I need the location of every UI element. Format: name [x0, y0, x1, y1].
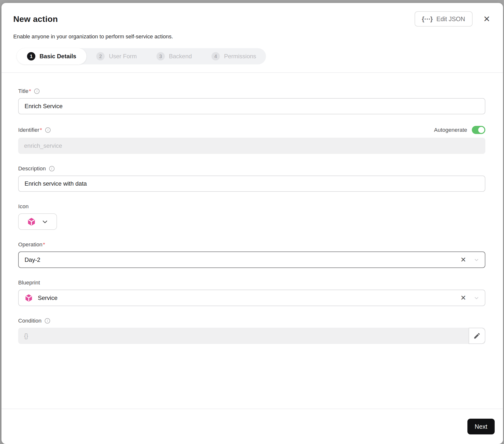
condition-label: Condition: [18, 318, 41, 324]
icon-field-group: Icon: [18, 203, 485, 230]
info-icon: i: [34, 89, 39, 94]
info-icon: i: [45, 318, 50, 324]
toggle-knob: [478, 127, 484, 133]
condition-input: {}: [18, 328, 485, 344]
form-body: Title * i Identifier * i Autogenerate: [1, 73, 503, 409]
title-field-group: Title * i: [18, 88, 485, 114]
required-asterisk: *: [40, 127, 42, 133]
identifier-input: [18, 138, 485, 154]
step-label: Basic Details: [39, 53, 76, 60]
step-user-form[interactable]: 2 User Form: [87, 48, 146, 64]
required-asterisk: *: [29, 88, 31, 95]
chevron-down-icon[interactable]: [473, 295, 479, 301]
modal-header: New action {⋯} Edit JSON ✕ Enable anyone…: [1, 3, 503, 72]
condition-field-group: Condition i {}: [18, 318, 485, 344]
condition-placeholder: {}: [24, 332, 28, 340]
chevron-down-icon[interactable]: [473, 257, 479, 263]
blueprint-label: Blueprint: [18, 280, 40, 286]
chevron-down-icon: [42, 219, 48, 225]
clear-icon[interactable]: ✕: [461, 294, 466, 301]
step-permissions[interactable]: 4 Permissions: [202, 48, 266, 64]
edit-condition-button[interactable]: [469, 328, 485, 344]
code-braces-icon: {⋯}: [422, 15, 432, 23]
modal-footer: Next: [1, 409, 503, 444]
step-basic-details[interactable]: 1 Basic Details: [17, 48, 87, 64]
description-field-group: Description i: [18, 165, 485, 192]
title-input[interactable]: [18, 98, 485, 114]
icon-label: Icon: [18, 203, 29, 210]
wizard-stepper: 1 Basic Details 2 User Form 3 Backend 4 …: [17, 48, 266, 64]
icon-dropdown[interactable]: [18, 213, 57, 230]
page-title: New action: [13, 14, 58, 24]
next-button[interactable]: Next: [468, 419, 495, 434]
step-label: Backend: [169, 53, 192, 60]
autogenerate-toggle[interactable]: [472, 126, 485, 134]
step-backend[interactable]: 3 Backend: [147, 48, 202, 64]
pencil-icon: [473, 332, 481, 340]
screen: New action {⋯} Edit JSON ✕ Enable anyone…: [0, 0, 504, 444]
step-label: User Form: [109, 53, 137, 60]
title-label: Title: [18, 88, 29, 95]
blueprint-select[interactable]: Service ✕: [18, 290, 485, 306]
edit-json-label: Edit JSON: [436, 16, 465, 23]
blueprint-value: Service: [38, 294, 57, 301]
close-icon[interactable]: ✕: [483, 15, 490, 23]
operation-field-group: Operation * Day-2 ✕: [18, 241, 485, 268]
step-number-badge: 3: [157, 52, 165, 60]
modal-subtitle: Enable anyone in your organization to pe…: [13, 33, 492, 40]
identifier-label: Identifier: [18, 127, 39, 133]
pink-cube-icon: [25, 294, 33, 302]
clear-icon[interactable]: ✕: [461, 256, 466, 263]
info-icon: i: [49, 166, 54, 171]
new-action-modal: New action {⋯} Edit JSON ✕ Enable anyone…: [1, 3, 503, 444]
autogenerate-label: Autogenerate: [434, 127, 467, 133]
step-number-badge: 2: [96, 52, 105, 60]
description-label: Description: [18, 165, 46, 172]
identifier-field-group: Identifier * i Autogenerate: [18, 126, 485, 154]
step-number-badge: 1: [27, 52, 35, 60]
operation-select[interactable]: Day-2 ✕: [18, 251, 485, 268]
required-asterisk: *: [43, 241, 45, 248]
step-number-badge: 4: [212, 52, 220, 60]
operation-label: Operation: [18, 241, 42, 248]
info-icon: i: [45, 127, 51, 133]
operation-value: Day-2: [25, 256, 40, 263]
pink-cube-icon: [27, 217, 36, 226]
description-input[interactable]: [18, 175, 485, 192]
edit-json-button[interactable]: {⋯} Edit JSON: [414, 11, 472, 27]
step-label: Permissions: [224, 53, 256, 60]
blueprint-field-group: Blueprint Service ✕: [18, 280, 485, 306]
